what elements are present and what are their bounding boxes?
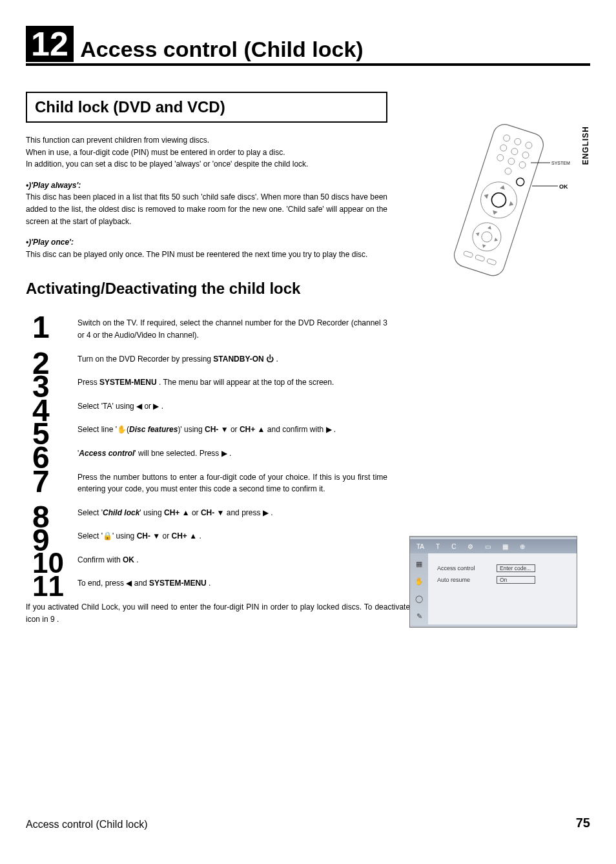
step-2: 2 Turn on the DVD Recorder by pressing S… (77, 353, 387, 365)
left-arrow-icon: ◀ (136, 402, 142, 411)
osd-sidebar: ▦ ✋ ◯ ✎ (410, 553, 428, 624)
step-text: . (332, 425, 336, 434)
ta-icon: TA (103, 402, 112, 411)
step-text: or (229, 425, 240, 434)
step-text: and (132, 579, 149, 588)
osd-sidebar-icon: ✋ (415, 577, 424, 586)
step-number: 7 (32, 466, 77, 497)
svg-point-7 (497, 154, 505, 162)
page-footer: Access control (Child lock) 75 (26, 816, 590, 830)
svg-point-1 (502, 134, 511, 143)
svg-point-10 (504, 167, 513, 176)
step-text: or (190, 508, 201, 517)
osd-label: Auto resume (437, 577, 497, 583)
section-heading-activating: Activating/Deactivating the child lock (26, 280, 387, 298)
svg-point-3 (525, 141, 533, 150)
step-text: Select ' (77, 402, 103, 411)
step-9: 9 Select '🔒' using CH- ▼ or CH+ ▲ . (77, 530, 387, 542)
play-once-text: This disc can be played only once. The P… (26, 250, 367, 259)
step-text: Turn on the DVD Recorder by pressing (77, 355, 213, 364)
step-6: 6 'Access control' will bne selected. Pr… (77, 447, 387, 460)
standby-on-label: STANDBY-ON (213, 355, 263, 364)
lock-icon: 🔒 (103, 531, 112, 540)
intro-paragraph: This function can prevent children from … (26, 134, 387, 170)
right-arrow-icon: ▶ (326, 425, 332, 434)
svg-point-15 (480, 231, 493, 243)
step-text: or (160, 531, 171, 540)
svg-rect-16 (463, 251, 473, 258)
svg-point-11 (515, 177, 525, 187)
intro-line-3: In addition, you can set a disc to be pl… (26, 159, 308, 169)
system-menu-label: SYSTEM-MENU (99, 378, 157, 387)
chapter-number-badge: 12 (26, 26, 74, 62)
disc-features-label: Disc features (129, 425, 178, 434)
osd-label: Access control (437, 565, 497, 571)
osd-icon-bar: TA T C ⚙ ▭ ▦ ⊕ (410, 539, 577, 553)
step-text: . (134, 555, 139, 564)
osd-screenshot: TA T C ⚙ ▭ ▦ ⊕ ▦ ✋ ◯ ✎ Access control En… (409, 536, 577, 628)
osd-icon: ⊕ (520, 543, 525, 550)
step-text: ' using (112, 402, 136, 411)
ch-plus-label: CH+ ▲ (240, 425, 265, 434)
step-number: 11 (32, 572, 77, 601)
ch-minus-label: CH- ▼ (137, 531, 161, 540)
step-text: Press the number buttons to enter a four… (77, 473, 387, 494)
step-4: 4 Select 'TA' using ◀ or ▶ . (77, 400, 387, 413)
step-text: . (159, 402, 163, 411)
osd-main: Access control Enter code... Auto resume… (428, 553, 577, 624)
step-text: To end, press (77, 579, 126, 588)
osd-border (410, 624, 577, 627)
svg-point-2 (514, 138, 522, 146)
step-11: 11 To end, press ◀ and SYSTEM-MENU . (77, 577, 387, 590)
step-text: Select ' (77, 531, 103, 540)
svg-rect-17 (475, 254, 485, 262)
svg-point-13 (490, 191, 508, 209)
step-1: 1 Switch on the TV. If required, select … (77, 317, 387, 341)
right-arrow-icon: ▶ (263, 508, 269, 517)
footer-page-number: 75 (576, 816, 590, 830)
ch-minus-label: CH- ▼ (205, 425, 229, 434)
osd-icon: TA (416, 543, 424, 550)
step-text: ' using (112, 531, 137, 540)
step-8: 8 Select 'Child lock' using CH+ ▲ or CH-… (77, 507, 387, 519)
play-always-block: •)'Play always': This disc has been plac… (26, 180, 387, 227)
osd-sidebar-icon: ▦ (416, 560, 422, 568)
step-text: Select ' (77, 508, 103, 517)
footer-title: Access control (Child lock) (26, 819, 148, 830)
osd-value: Enter code... (497, 564, 535, 572)
play-always-label: •)'Play always': (26, 181, 81, 190)
language-tab: ENGLISH (581, 126, 590, 165)
child-lock-label: Child lock (103, 508, 139, 517)
steps-list: 1 Switch on the TV. If required, select … (77, 317, 387, 590)
svg-rect-18 (487, 258, 497, 265)
step-text: and press (224, 508, 262, 517)
step-text: . (227, 449, 232, 458)
play-once-block: •)'Play once': This disc can be played o… (26, 236, 387, 260)
svg-point-8 (508, 158, 516, 166)
step-text: . (207, 579, 211, 588)
step-text: ' using (139, 508, 164, 517)
osd-row-access-control: Access control Enter code... (437, 562, 570, 574)
step-text: Switch on the TV. If required, select th… (77, 318, 387, 340)
osd-sidebar-icon: ◯ (415, 595, 423, 603)
step-text: Select line ' (77, 425, 117, 434)
remote-system-label: SYSTEM (551, 161, 570, 165)
chapter-title: Access control (Child lock) (80, 37, 363, 62)
ok-label: OK (123, 555, 134, 564)
svg-point-5 (511, 147, 519, 156)
osd-icon: ⚙ (467, 543, 473, 550)
step-text: . The menu bar will appear at the top of… (157, 378, 334, 387)
right-arrow-icon: ▶ (221, 449, 227, 458)
ch-plus-label: CH+ ▲ (172, 531, 198, 540)
osd-icon: C (451, 543, 456, 550)
play-always-text: This disc has been placed in a list that… (26, 192, 387, 225)
chapter-rule (26, 63, 590, 66)
osd-value: On (497, 576, 535, 584)
step-10: 10 Confirm with OK . (77, 554, 387, 566)
svg-point-9 (518, 161, 527, 169)
remote-ok-label: OK (559, 183, 568, 190)
chapter-header: 12 Access control (Child lock) (26, 26, 590, 66)
intro-line-1: This function can prevent children from … (26, 136, 209, 145)
step-text: ' will bne selected. Press (134, 449, 221, 458)
step-text: Confirm with (77, 555, 123, 564)
